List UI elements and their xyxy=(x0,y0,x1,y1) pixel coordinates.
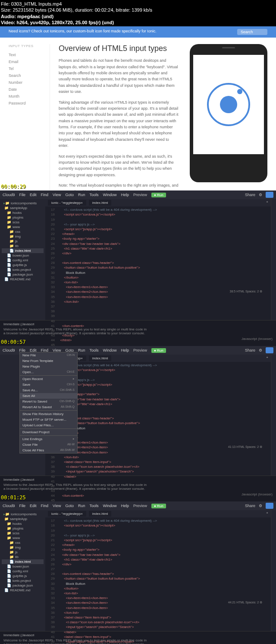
menu-file[interactable]: File xyxy=(19,504,26,508)
tree-item[interactable]: 📄 package.json xyxy=(2,583,44,588)
tree-item[interactable]: 📁 www xyxy=(2,225,44,229)
sidebar-item[interactable]: Text xyxy=(9,51,39,58)
tree-item[interactable]: 📁 scss xyxy=(2,531,44,536)
tree-item[interactable]: 📄 gulpfile.js xyxy=(2,574,44,578)
preview-label[interactable]: Preview xyxy=(133,504,147,508)
add-tab-icon[interactable]: + xyxy=(266,511,268,517)
menu-cloud9[interactable]: Cloud9 xyxy=(3,193,15,197)
add-tab-icon[interactable]: + xyxy=(266,200,268,206)
sidebar-item[interactable]: Tel xyxy=(9,65,39,72)
menu-window[interactable]: Window xyxy=(103,348,116,352)
menu-item[interactable]: Revert to SavedCtrl-Shift-Q xyxy=(20,399,77,404)
tree-item[interactable]: 📁 plugins xyxy=(2,215,44,220)
tree-item[interactable]: 📁 scss xyxy=(2,220,44,225)
cloud-icon[interactable] xyxy=(266,192,273,198)
menu-goto[interactable]: Goto xyxy=(65,504,74,508)
menu-edit[interactable]: Edit xyxy=(30,504,37,508)
menu-help[interactable]: Help xyxy=(121,348,129,352)
menu-run[interactable]: Run xyxy=(78,193,85,197)
tree-item[interactable]: 📄 bower.json xyxy=(2,564,44,569)
code-area[interactable]: 17 <!-- cordova script (this will be a 4… xyxy=(45,362,271,514)
menu-edit[interactable]: Edit xyxy=(30,193,37,197)
tree-item[interactable]: 📄 gulpfile.js xyxy=(2,263,44,267)
menu-goto[interactable]: Goto xyxy=(65,193,74,197)
menu-item[interactable]: Show File Revision History xyxy=(20,411,77,417)
editor-tab[interactable]: ionic - "reggiestepp× xyxy=(48,511,86,517)
menu-find[interactable]: Find xyxy=(41,193,49,197)
menu-cloud9[interactable]: Cloud9 xyxy=(3,348,15,352)
sidebar-item[interactable]: Month xyxy=(9,93,39,100)
menu-item[interactable]: Save As...Ctrl-Shift-S xyxy=(20,387,77,393)
tree-item[interactable]: 📄 ionic.project xyxy=(2,578,44,583)
tree-item[interactable]: 📁 css xyxy=(2,229,44,234)
add-tab-icon[interactable]: + xyxy=(266,355,268,361)
menu-help[interactable]: Help xyxy=(121,193,129,197)
tree-item[interactable]: 📄 bower.json xyxy=(2,253,44,258)
menu-help[interactable]: Help xyxy=(121,504,129,508)
menu-item[interactable]: Close All FilesAlt-Shift-W xyxy=(20,447,77,453)
menu-item[interactable]: SaveCtrl-S xyxy=(20,382,77,387)
tree-item[interactable]: 📄 README.md xyxy=(2,588,44,593)
menu-file[interactable]: File xyxy=(19,193,26,197)
tree-root[interactable]: ▸📁 ioniccomponents xyxy=(2,512,44,517)
menu-item[interactable]: Upload Local Files... xyxy=(20,422,77,428)
tree-item[interactable]: 📁 www xyxy=(2,536,44,540)
menu-view[interactable]: View xyxy=(53,504,61,508)
run-button[interactable]: ● Run xyxy=(151,348,166,353)
tree-item[interactable]: 📄 ionic.project xyxy=(2,267,44,272)
preview-label[interactable]: Preview xyxy=(133,193,147,197)
tree-item[interactable]: 📄 package.json xyxy=(2,272,44,277)
sidebar-item[interactable]: Date xyxy=(9,86,39,93)
tree-item[interactable]: 📁 hooks xyxy=(2,210,44,215)
tree-item[interactable]: 📁 sampleApp xyxy=(2,206,44,210)
tree-item[interactable]: 📁 plugins xyxy=(2,526,44,531)
menu-window[interactable]: Window xyxy=(103,193,116,197)
cloud-icon[interactable] xyxy=(266,347,273,353)
tree-item[interactable]: 📁 lib xyxy=(2,555,44,559)
menu-tools[interactable]: Tools xyxy=(89,504,98,508)
share-button[interactable]: Share xyxy=(245,348,255,352)
cloud-icon[interactable] xyxy=(266,503,273,509)
tree-item[interactable]: 📁 lib xyxy=(2,244,44,248)
menu-item[interactable]: Open Recent▸ xyxy=(20,376,77,382)
gear-icon[interactable]: ⚙ xyxy=(259,348,262,352)
tree-item[interactable]: 📁 img xyxy=(2,234,44,239)
menu-run[interactable]: Run xyxy=(78,348,85,352)
menu-cloud9[interactable]: Cloud9 xyxy=(3,504,15,508)
editor-tab[interactable]: index.html xyxy=(89,200,111,206)
editor-tab[interactable]: index.html xyxy=(89,355,111,361)
tree-item[interactable]: 📁 css xyxy=(2,540,44,545)
menu-item[interactable]: Revert All to SavedAlt-Shift-Q xyxy=(20,404,77,410)
tree-item[interactable]: 📁 img xyxy=(2,545,44,550)
share-button[interactable]: Share xyxy=(245,504,255,508)
code-area[interactable]: 17 <!-- cordova script (this will be a 4… xyxy=(45,206,271,348)
gear-icon[interactable]: ⚙ xyxy=(259,193,262,197)
code-area[interactable]: 17 <!-- cordova script (this will be a 4… xyxy=(45,517,271,644)
menu-run[interactable]: Run xyxy=(78,504,85,508)
sidebar-item[interactable]: Password xyxy=(9,100,39,107)
tree-item[interactable]: 📄 README.md xyxy=(2,277,44,282)
menu-item[interactable]: Line Endings▸ xyxy=(20,436,77,442)
menu-item[interactable]: New Plugin xyxy=(20,364,77,369)
menu-item[interactable]: Close FileAlt-W xyxy=(20,442,77,447)
tree-root[interactable]: ▸📁 ioniccomponents xyxy=(2,201,44,206)
sidebar-item[interactable]: Search xyxy=(9,72,39,79)
sidebar-item[interactable]: Email xyxy=(9,58,39,65)
tree-item[interactable]: 📄 index.html xyxy=(2,559,44,564)
menu-window[interactable]: Window xyxy=(103,504,116,508)
editor-tab[interactable]: index.html xyxy=(89,511,111,517)
tree-item[interactable]: 📁 js xyxy=(2,550,44,555)
menu-find[interactable]: Find xyxy=(41,504,49,508)
menu-item[interactable]: Open...Ctrl-E xyxy=(20,369,77,375)
search-input[interactable]: Search xyxy=(237,29,267,35)
editor-tab[interactable]: ionic - "reggiestepp× xyxy=(48,200,86,206)
run-button[interactable]: ● Run xyxy=(151,193,166,197)
menu-tools[interactable]: Tools xyxy=(89,348,98,352)
sidebar-item[interactable]: Number xyxy=(9,79,39,86)
menu-item[interactable]: Download Project xyxy=(20,429,77,435)
share-button[interactable]: Share xyxy=(245,193,255,197)
menu-view[interactable]: View xyxy=(53,193,61,197)
tree-item[interactable]: 📁 hooks xyxy=(2,521,44,526)
menu-item[interactable]: New FileCtrl-N xyxy=(20,352,77,358)
gear-icon[interactable]: ⚙ xyxy=(259,504,262,508)
